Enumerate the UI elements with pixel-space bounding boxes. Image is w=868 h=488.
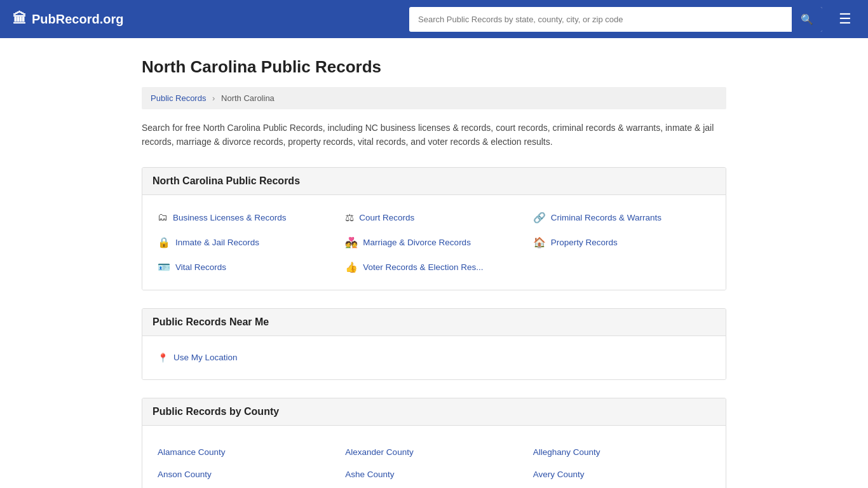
county-item[interactable]: Avery County — [528, 463, 715, 485]
location-icon: 📍 — [158, 353, 168, 363]
record-item-2[interactable]: 🔗 Criminal Records & Warrants — [528, 205, 715, 230]
logo-text: PubRecord.org — [32, 12, 123, 27]
record-label-6: Vital Records — [175, 262, 226, 272]
county-item[interactable]: Anson County — [153, 463, 340, 485]
record-item-1[interactable]: ⚖ Court Records — [340, 205, 527, 230]
record-label-4: Marriage & Divorce Records — [363, 238, 471, 247]
logo-icon: 🏛 — [13, 11, 27, 27]
record-icon-3: 🔒 — [158, 236, 170, 248]
near-me-section: Public Records Near Me 📍 Use My Location — [142, 308, 726, 380]
nc-records-heading: North Carolina Public Records — [142, 168, 726, 195]
record-label-3: Inmate & Jail Records — [175, 238, 259, 247]
county-item[interactable]: Ashe County — [340, 463, 527, 485]
page-description: Search for free North Carolina Public Re… — [142, 121, 726, 149]
use-my-location-label: Use My Location — [173, 353, 238, 362]
county-grid: Alamance CountyAlexander CountyAlleghany… — [153, 436, 715, 488]
page-title: North Carolina Public Records — [142, 57, 726, 77]
record-icon-1: ⚖ — [345, 212, 354, 224]
site-logo[interactable]: 🏛 PubRecord.org — [13, 11, 123, 27]
records-grid: 🗂 Business Licenses & Records ⚖ Court Re… — [153, 205, 715, 280]
record-item-4[interactable]: 💑 Marriage & Divorce Records — [340, 230, 527, 255]
record-label-7: Voter Records & Election Res... — [363, 262, 483, 272]
record-label-0: Business Licenses & Records — [173, 213, 287, 222]
breadcrumb-current: North Carolina — [221, 93, 275, 103]
record-label-2: Criminal Records & Warrants — [551, 213, 661, 222]
site-header: 🏛 PubRecord.org 🔍 ☰ — [0, 0, 868, 38]
county-item[interactable]: Bertie County — [340, 485, 527, 488]
search-button[interactable]: 🔍 — [792, 7, 822, 32]
county-item[interactable]: Alleghany County — [528, 441, 715, 463]
menu-button[interactable]: ☰ — [835, 11, 855, 27]
record-item-6[interactable]: 🪪 Vital Records — [153, 255, 340, 280]
county-heading: Public Records by County — [142, 398, 726, 426]
breadcrumb-separator: › — [212, 93, 215, 103]
record-item-0[interactable]: 🗂 Business Licenses & Records — [153, 205, 340, 230]
breadcrumb: Public Records › North Carolina — [142, 87, 726, 109]
nc-records-section: North Carolina Public Records 🗂 Business… — [142, 167, 726, 290]
county-item[interactable]: Alamance County — [153, 441, 340, 463]
near-me-heading: Public Records Near Me — [142, 309, 726, 336]
county-item[interactable]: Alexander County — [340, 441, 527, 463]
county-item[interactable]: Beaufort County — [153, 485, 340, 488]
record-label-1: Court Records — [359, 213, 414, 222]
search-icon: 🔍 — [801, 14, 813, 25]
record-item-3[interactable]: 🔒 Inmate & Jail Records — [153, 230, 340, 255]
use-my-location-link[interactable]: 📍 Use My Location — [153, 346, 715, 369]
record-icon-4: 💑 — [345, 236, 358, 248]
search-bar: 🔍 — [409, 7, 822, 32]
record-icon-5: 🏠 — [533, 236, 546, 248]
county-section: Public Records by County Alamance County… — [142, 398, 726, 488]
record-item-7[interactable]: 👍 Voter Records & Election Res... — [340, 255, 527, 280]
record-icon-6: 🪪 — [158, 261, 170, 273]
hamburger-icon: ☰ — [839, 11, 851, 27]
record-icon-0: 🗂 — [158, 212, 168, 223]
record-item-5[interactable]: 🏠 Property Records — [528, 230, 715, 255]
record-icon-2: 🔗 — [533, 212, 546, 224]
record-icon-7: 👍 — [345, 261, 358, 273]
breadcrumb-parent-link[interactable]: Public Records — [151, 93, 206, 103]
search-input[interactable] — [409, 8, 792, 30]
main-content: North Carolina Public Records Public Rec… — [129, 57, 739, 488]
record-label-5: Property Records — [551, 238, 618, 247]
county-item[interactable]: Bladen County — [528, 485, 715, 488]
